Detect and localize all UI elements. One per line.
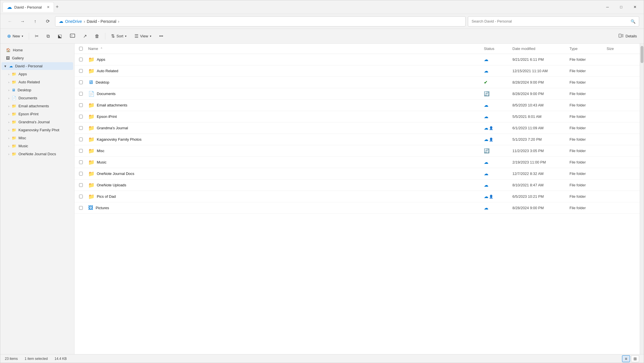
minimize-button[interactable]: ─ <box>601 3 614 12</box>
sidebar-item-gallery[interactable]: 🖼 Gallery <box>1 54 73 62</box>
table-row[interactable]: 📁 Kaganovsky Family Photos ☁ 👤 5/1/2023 … <box>75 134 640 145</box>
date-epson: 5/5/2021 8:01 AM <box>512 114 569 119</box>
new-label: New <box>13 34 20 38</box>
sidebar-item-misc[interactable]: › 📁 Misc <box>1 134 73 142</box>
status-apps: ☁ <box>484 57 512 62</box>
sidebar-item-epson-iprint[interactable]: › 📁 Epson iPrint <box>1 110 73 118</box>
new-button[interactable]: ⊕ New ▾ <box>4 31 27 41</box>
more-button[interactable]: ••• <box>156 31 167 41</box>
search-box[interactable]: 🔍 <box>468 16 639 27</box>
header-type[interactable]: Type <box>569 47 607 51</box>
type-kag: File folder <box>569 137 607 142</box>
row-check[interactable] <box>79 58 88 61</box>
table-row[interactable]: 📁 Misc 🔄 11/2/2023 3:05 PM File folder <box>75 145 640 157</box>
sidebar-label-misc: Misc <box>19 136 26 140</box>
scrollbar-thumb[interactable] <box>641 46 643 63</box>
row-check[interactable] <box>79 206 88 210</box>
row-check[interactable] <box>79 195 88 198</box>
row-check[interactable] <box>79 126 88 130</box>
new-tab-button[interactable]: + <box>56 4 59 10</box>
sync-icon: 🔄 <box>484 91 490 96</box>
type-documents: File folder <box>569 92 607 96</box>
rename-button[interactable]: T <box>67 31 79 41</box>
sort-button[interactable]: ⇅ Sort ▾ <box>108 31 130 41</box>
table-row[interactable]: 📁 Grandma's Journal ☁ 👤 6/1/2023 11:09 A… <box>75 122 640 134</box>
sidebar-item-home[interactable]: 🏠 Home <box>1 46 73 54</box>
tab-close-button[interactable]: ✕ <box>47 5 50 9</box>
details-button[interactable]: Details <box>615 31 640 41</box>
active-tab[interactable]: ☁ David - Personal ✕ <box>3 2 54 12</box>
sidebar-item-desktop[interactable]: › 🖥 Desktop <box>1 86 73 94</box>
sidebar-item-email-attachments[interactable]: › 📁 Email attachments <box>1 102 73 110</box>
header-date[interactable]: Date modified <box>512 47 569 51</box>
sidebar-item-kaganovsky[interactable]: › 📁 Kaganovsky Family Phot <box>1 126 73 134</box>
more-icon: ••• <box>159 34 163 38</box>
header-name[interactable]: Name ⌃ <box>88 47 484 51</box>
view-button[interactable]: ☰ View ▾ <box>131 31 155 41</box>
main-area: 🏠 Home 🖼 Gallery ▼ ☁ David - Personal › … <box>0 44 644 354</box>
header-size[interactable]: Size <box>607 47 635 51</box>
refresh-button[interactable]: ⟳ <box>43 16 53 27</box>
paste-button[interactable]: ⬕ <box>54 31 65 41</box>
sidebar-item-apps[interactable]: › 📁 Apps <box>1 70 73 78</box>
copy-button[interactable]: ⧉ <box>43 31 53 41</box>
row-check[interactable] <box>79 160 88 164</box>
row-check[interactable] <box>79 92 88 96</box>
sidebar-label-kaganovsky: Kaganovsky Family Phot <box>19 128 59 132</box>
table-row[interactable]: 📁 OneNote Journal Docs ☁ 12/7/2022 8:32 … <box>75 168 640 180</box>
row-check[interactable] <box>79 172 88 176</box>
list-view-toggle[interactable]: ≡ <box>622 355 630 362</box>
sidebar-item-music[interactable]: › 📁 Music <box>1 142 73 150</box>
header-check[interactable] <box>79 47 88 51</box>
table-row[interactable]: 📁 Epson iPrint ☁ 5/5/2021 8:01 AM File f… <box>75 111 640 122</box>
sidebar-item-auto-related[interactable]: › 📁 Auto Related <box>1 78 73 86</box>
close-button[interactable]: ✕ <box>628 3 641 12</box>
row-check[interactable] <box>79 183 88 187</box>
table-row[interactable]: 📁 Pics of Dad ☁ 👤 6/5/2023 10:21 PM File… <box>75 191 640 202</box>
window: ☁ David - Personal ✕ + ─ □ ✕ ← → ↑ ⟳ ☁ O… <box>0 0 644 363</box>
select-all-checkbox[interactable] <box>79 47 83 51</box>
header-status[interactable]: Status <box>484 47 512 51</box>
folder-apps-icon: 📁 <box>12 72 16 76</box>
row-check[interactable] <box>79 149 88 153</box>
row-check[interactable] <box>79 138 88 141</box>
row-check[interactable] <box>79 80 88 84</box>
table-row[interactable]: 📁 Auto Related ☁ 12/15/2021 11:10 AM Fil… <box>75 65 640 77</box>
date-documents: 8/28/2024 9:00 PM <box>512 92 569 96</box>
file-name-onenote-journal: 📁 OneNote Journal Docs <box>88 171 484 177</box>
up-button[interactable]: ↑ <box>30 16 40 27</box>
statusbar: 23 items 1 item selected 14.4 KB ≡ ⊞ <box>0 354 644 363</box>
row-check[interactable] <box>79 115 88 118</box>
file-content: Name ⌃ Status Date modified Type Size <box>75 44 640 354</box>
sidebar-item-david-personal[interactable]: ▼ ☁ David - Personal <box>1 62 73 70</box>
folder-icon-epson: 📁 <box>88 114 94 120</box>
sidebar-item-onenote-journal[interactable]: › 📁 OneNote Journal Docs <box>1 150 73 158</box>
sidebar-item-grandmas-journal[interactable]: › 📁 Grandma's Journal <box>1 118 73 126</box>
table-row[interactable]: 🖼 Pictures ☁ 8/28/2024 9:00 PM File fold… <box>75 202 640 214</box>
row-check[interactable] <box>79 103 88 107</box>
maximize-button[interactable]: □ <box>615 3 628 12</box>
file-name-desktop: 🖥 Desktop <box>88 79 484 85</box>
details-view-toggle[interactable]: ⊞ <box>631 355 639 362</box>
delete-button[interactable]: 🗑 <box>91 31 103 41</box>
table-row[interactable]: 📁 Email attachments ☁ 8/5/2020 10:43 AM … <box>75 100 640 111</box>
table-row[interactable]: 📁 Music ☁ 2/19/2023 11:00 PM File folder <box>75 157 640 168</box>
table-row[interactable]: 📁 Apps ☁ 9/21/2021 6:11 PM File folder <box>75 54 640 65</box>
row-check[interactable] <box>79 69 88 73</box>
breadcrumb[interactable]: ☁ OneDrive › David - Personal › <box>55 16 466 27</box>
sidebar-item-documents[interactable]: › 📄 Documents <box>1 94 73 102</box>
table-row[interactable]: 🖥 Desktop ✔ 8/28/2024 9:00 PM File folde… <box>75 77 640 88</box>
table-row[interactable]: 📄 Documents 🔄 8/28/2024 9:00 PM File fol… <box>75 88 640 100</box>
forward-button[interactable]: → <box>17 16 28 27</box>
cut-button[interactable]: ✂ <box>31 31 42 41</box>
breadcrumb-onedrive[interactable]: OneDrive <box>65 19 82 24</box>
breadcrumb-current[interactable]: David - Personal <box>87 19 116 24</box>
folder-onenote-icon: 📁 <box>12 152 16 156</box>
search-input[interactable] <box>472 19 629 23</box>
table-row[interactable]: 📁 OneNote Uploads ☁ 8/10/2021 8:47 AM Fi… <box>75 180 640 191</box>
breadcrumb-sep-2: › <box>118 19 119 24</box>
vertical-scrollbar[interactable] <box>640 44 644 354</box>
onedrive-sidebar-icon: ☁ <box>9 64 13 68</box>
share-button[interactable]: ↗ <box>80 31 90 41</box>
back-button[interactable]: ← <box>5 16 15 27</box>
